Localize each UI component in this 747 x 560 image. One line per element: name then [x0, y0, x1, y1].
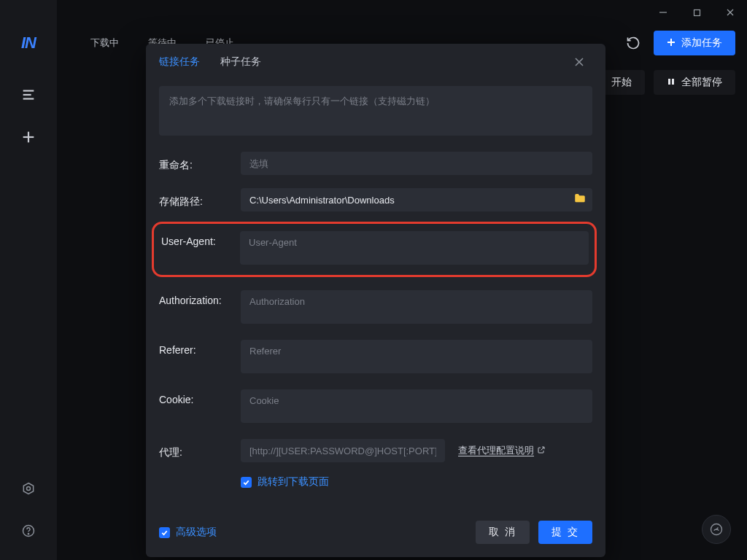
modal-footer: 高级选项 取 消 提 交 [146, 509, 605, 544]
pause-all-button[interactable]: 全部暂停 [654, 70, 735, 95]
tasks-icon[interactable] [15, 82, 42, 108]
proxy-help-link[interactable]: 查看代理配置说明 [458, 444, 546, 457]
speed-fab[interactable] [702, 515, 731, 544]
sidebar: IN [0, 0, 57, 560]
advanced-toggle[interactable]: 高级选项 [159, 526, 217, 539]
tab-torrent-task[interactable]: 种子任务 [220, 45, 261, 79]
url-input[interactable] [159, 86, 592, 136]
path-input[interactable] [241, 188, 592, 211]
submit-button[interactable]: 提 交 [538, 521, 592, 544]
tab-downloading[interactable]: 下载中 [76, 29, 133, 57]
cancel-button[interactable]: 取 消 [476, 521, 530, 544]
external-link-icon [537, 446, 546, 456]
svg-rect-17 [672, 79, 674, 85]
cookie-label: Cookie: [159, 389, 241, 405]
window-controls [646, 0, 747, 25]
add-icon[interactable] [15, 124, 42, 150]
pause-all-label: 全部暂停 [681, 76, 722, 89]
proxy-input[interactable] [241, 439, 445, 462]
app-logo: IN [21, 34, 36, 52]
rename-label: 重命名: [159, 155, 241, 172]
svg-line-19 [716, 528, 719, 530]
user-agent-label: User-Agent: [158, 231, 240, 247]
proxy-help-label: 查看代理配置说明 [458, 444, 534, 457]
close-icon[interactable] [570, 53, 588, 71]
settings-icon[interactable] [15, 475, 42, 502]
plus-icon [667, 37, 676, 49]
authorization-label: Authorization: [159, 290, 241, 306]
authorization-input[interactable] [241, 290, 592, 324]
svg-rect-1 [694, 9, 700, 15]
rename-input[interactable] [241, 152, 592, 175]
svg-point-12 [28, 534, 28, 534]
proxy-label: 代理: [159, 442, 241, 459]
help-icon[interactable] [15, 518, 42, 544]
svg-marker-9 [23, 483, 33, 494]
close-button[interactable] [713, 0, 747, 25]
user-agent-input[interactable] [240, 231, 589, 265]
jump-checkbox-label: 跳转到下载页面 [258, 475, 329, 489]
referer-input[interactable] [241, 340, 592, 373]
minimize-button[interactable] [646, 0, 680, 25]
svg-rect-16 [668, 79, 670, 85]
maximize-button[interactable] [680, 0, 713, 25]
cookie-input[interactable] [241, 389, 592, 423]
advanced-label: 高级选项 [176, 526, 217, 539]
path-label: 存储路径: [159, 191, 241, 209]
tab-link-task[interactable]: 链接任务 [159, 45, 200, 79]
checkbox-icon [159, 527, 170, 538]
refresh-icon[interactable] [623, 33, 643, 53]
folder-icon[interactable] [573, 192, 587, 208]
add-task-button[interactable]: 添加任务 [654, 31, 735, 55]
checkbox-icon [241, 477, 252, 488]
modal-header: 链接任务 种子任务 [146, 44, 605, 80]
add-task-modal: 链接任务 种子任务 重命名: 存储路径: User-Agen [146, 44, 605, 557]
user-agent-row-highlight: User-Agent: [152, 222, 597, 277]
svg-point-10 [27, 487, 31, 491]
add-task-label: 添加任务 [681, 36, 722, 50]
jump-checkbox-row[interactable]: 跳转到下载页面 [241, 475, 592, 489]
referer-label: Referer: [159, 340, 241, 356]
pause-icon [667, 77, 676, 88]
